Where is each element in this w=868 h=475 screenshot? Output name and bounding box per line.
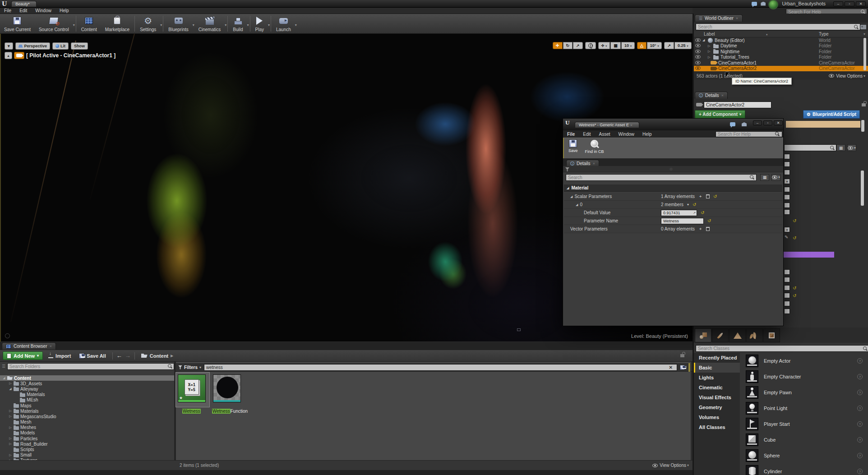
tree-row[interactable]: 3D_Assets: [0, 381, 174, 386]
reset-icon[interactable]: [693, 202, 696, 207]
tree-row[interactable]: Mesh: [0, 420, 174, 425]
mode-place-button[interactable]: [695, 328, 711, 342]
grid-snap-toggle[interactable]: [610, 42, 621, 49]
drag-handle-icon[interactable]: [857, 469, 863, 474]
search-classes-input[interactable]: [696, 345, 868, 352]
property-widget[interactable]: [784, 161, 790, 167]
outliner-row[interactable]: Daytime Folder: [694, 43, 868, 49]
source-control-caret[interactable]: [73, 23, 75, 33]
place-item-cube[interactable]: Cube: [740, 432, 868, 447]
reset-icon[interactable]: [701, 210, 704, 215]
scale-tool-button[interactable]: [573, 42, 583, 49]
reset-icon[interactable]: [793, 218, 796, 223]
drag-handle-icon[interactable]: [857, 453, 863, 458]
tree-row[interactable]: Maps: [0, 403, 174, 408]
place-item-empty-character[interactable]: Empty Character: [740, 369, 868, 384]
details-scrollbar[interactable]: [861, 120, 864, 132]
filters-button[interactable]: Filters: [178, 365, 201, 370]
settings-button[interactable]: Settings: [136, 14, 160, 33]
asset-details-search-input[interactable]: [566, 174, 757, 181]
add-element-icon[interactable]: [698, 194, 702, 199]
tree-row[interactable]: MegascansStudio: [0, 414, 174, 419]
play-button[interactable]: Play: [251, 14, 268, 33]
details-scrollbar-lower[interactable]: [861, 171, 864, 206]
outliner-scrollbar[interactable]: [863, 38, 866, 70]
color-swatch-purple[interactable]: [784, 252, 834, 258]
blueprints-button[interactable]: Blueprints: [164, 14, 192, 33]
reset-icon[interactable]: [793, 293, 796, 298]
drag-handle-icon[interactable]: [857, 406, 863, 411]
mode-landscape-button[interactable]: [729, 328, 746, 342]
expander-icon[interactable]: [708, 50, 711, 53]
asset-search-input[interactable]: [204, 364, 677, 371]
drag-handle-icon[interactable]: [857, 358, 863, 364]
default-value-input[interactable]: 0.917431: [661, 210, 697, 216]
save-current-button[interactable]: Save Current: [0, 14, 35, 33]
element-options-caret[interactable]: [687, 203, 689, 207]
surface-snap-button[interactable]: ✣: [598, 42, 610, 49]
tree-row[interactable]: Scripts: [0, 447, 174, 452]
close-icon[interactable]: [721, 94, 724, 97]
close-icon[interactable]: [593, 162, 596, 166]
mode-foliage-button[interactable]: [746, 328, 763, 342]
display-filter-button[interactable]: [771, 174, 780, 181]
property-widget[interactable]: [784, 293, 790, 298]
clear-search-icon[interactable]: [669, 365, 673, 370]
property-widget[interactable]: [784, 285, 790, 291]
mode-paint-button[interactable]: [712, 328, 729, 342]
category-visual-effects[interactable]: Visual Effects: [694, 392, 740, 402]
back-button[interactable]: [116, 352, 122, 359]
lock-content-browser-icon[interactable]: [680, 354, 684, 357]
lock-icon[interactable]: [862, 103, 866, 106]
close-icon[interactable]: [736, 17, 739, 20]
settings-caret[interactable]: [160, 23, 162, 33]
property-widget[interactable]: [784, 170, 790, 175]
menu-edit[interactable]: Edit: [579, 132, 595, 137]
window-titlebar[interactable]: U Beauty* Urban_Beautyshots: [0, 0, 868, 8]
cinematics-caret[interactable]: [225, 23, 226, 33]
tree-row[interactable]: Alleyway: [0, 386, 174, 392]
property-widget[interactable]: [784, 277, 790, 282]
grid-view-button[interactable]: [760, 174, 769, 181]
mode-geometry-button[interactable]: [763, 328, 780, 342]
trash-icon[interactable]: [706, 227, 710, 231]
details-search-input[interactable]: [784, 144, 836, 151]
expander-icon[interactable]: [576, 203, 578, 207]
asset-label-wetness[interactable]: Wetness: [182, 409, 201, 414]
outliner-search-input[interactable]: [696, 23, 860, 30]
scale-snap-toggle[interactable]: [664, 42, 674, 49]
window-minimize-button[interactable]: [833, 1, 843, 6]
menu-file[interactable]: File: [0, 8, 15, 13]
asset-help-search-input[interactable]: [716, 131, 782, 137]
outliner-header[interactable]: Label Type: [694, 31, 868, 37]
property-widget[interactable]: [784, 209, 790, 215]
marketplace-box-icon[interactable]: [761, 2, 766, 6]
import-button[interactable]: Import: [46, 351, 74, 360]
world-local-toggle[interactable]: [585, 42, 596, 49]
menu-asset[interactable]: Asset: [595, 132, 614, 137]
minimize-button[interactable]: [753, 120, 762, 125]
perspective-button[interactable]: Perspective: [15, 42, 51, 50]
category-geometry[interactable]: Geometry: [694, 402, 740, 412]
save-asset-button[interactable]: Save: [568, 139, 578, 153]
parameter-name-input[interactable]: Wetness: [661, 218, 704, 224]
rotation-snap-value[interactable]: 10°: [647, 42, 662, 49]
reset-icon[interactable]: [793, 286, 796, 291]
scale-snap-value[interactable]: 0.25: [674, 42, 692, 49]
material-section-header[interactable]: Material: [564, 184, 782, 192]
row-vector-parameters[interactable]: Vector Parameters 0 Array elements: [564, 225, 782, 233]
tab-content-browser[interactable]: Content Browser: [2, 342, 56, 350]
move-tool-button[interactable]: [553, 42, 563, 49]
place-item-sphere[interactable]: Sphere: [740, 447, 868, 463]
window-maximize-button[interactable]: [845, 1, 854, 6]
property-widget[interactable]: [784, 309, 790, 314]
category-volumes[interactable]: Volumes: [694, 412, 740, 422]
add-component-button[interactable]: + Add Component: [695, 110, 745, 119]
asset-tile-wetness[interactable]: X=1 Y=5: [176, 373, 209, 407]
drag-handle-icon[interactable]: [857, 374, 863, 379]
pilot-camera-button[interactable]: [14, 52, 24, 59]
build-button[interactable]: Build: [229, 14, 247, 33]
filter-icon[interactable]: [565, 167, 569, 171]
category-cinematic[interactable]: Cinematic: [694, 383, 740, 392]
feedback-icon[interactable]: [730, 122, 735, 126]
